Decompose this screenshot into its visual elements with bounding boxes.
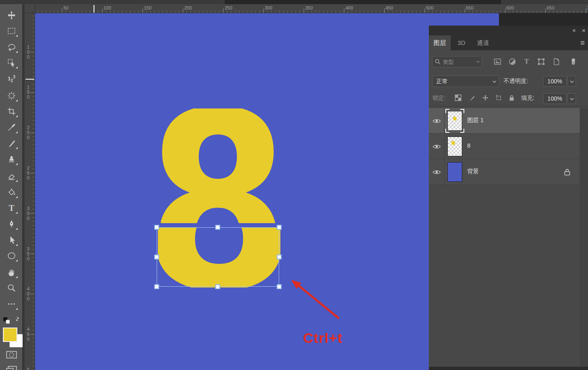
transform-handle-top-right[interactable] <box>277 225 282 230</box>
lock-transparent-pixels-icon[interactable] <box>454 93 463 102</box>
layer-locked-icon <box>564 168 571 176</box>
h-ruler-label: 650 <box>547 5 554 10</box>
layer-thumbnail[interactable] <box>447 111 462 131</box>
rectangular-marquee-tool[interactable] <box>6 26 17 36</box>
h-ruler-label: 550 <box>466 5 473 10</box>
tools-panel: 123 T <box>0 4 24 370</box>
v-ruler-label: 350 <box>26 246 30 261</box>
chevron-down-icon <box>476 61 480 63</box>
ruler-origin-corner[interactable] <box>25 4 35 13</box>
panel-menu-icon[interactable]: ≡ <box>580 39 585 47</box>
layer-filter-row: 类型 T <box>429 56 588 68</box>
horizontal-ruler[interactable]: 5010015020025030035040045050055060065070… <box>25 4 588 13</box>
type-tool[interactable]: T <box>6 203 17 213</box>
quick-mask-mode-button[interactable] <box>6 351 17 359</box>
hand-tool[interactable] <box>6 267 17 278</box>
filter-adjustment-layers-icon[interactable] <box>507 57 517 66</box>
fill-dropdown-button[interactable] <box>567 93 576 104</box>
quick-selection-tool[interactable] <box>6 57 17 68</box>
lock-position-icon[interactable] <box>481 93 490 102</box>
h-ruler-label: 500 <box>426 5 433 10</box>
visibility-toggle[interactable] <box>429 108 445 134</box>
transform-handle-middle-left[interactable] <box>154 255 159 259</box>
vertical-ruler[interactable]: 50100150200250300350400450500 <box>25 13 35 370</box>
lock-row: 锁定: 填充: 100% <box>429 92 588 106</box>
v-ruler-label: 400 <box>26 286 30 301</box>
zoom-tool[interactable] <box>6 283 17 293</box>
transform-handle-bottom-right[interactable] <box>277 284 282 289</box>
h-ruler-label: 450 <box>386 5 393 10</box>
layer-row-8[interactable]: 8 <box>429 134 588 159</box>
filter-shape-layers-icon[interactable] <box>536 57 546 66</box>
filter-type-layers-icon[interactable]: T <box>521 57 532 66</box>
chevron-down-icon <box>570 80 574 83</box>
path-selection-tool[interactable] <box>6 235 17 245</box>
free-transform-bounding-box[interactable] <box>157 227 279 287</box>
pen-tool[interactable] <box>6 219 17 229</box>
tab-3d[interactable]: 3D <box>452 35 470 50</box>
v-ruler-label: 150 <box>26 85 30 99</box>
lock-all-icon[interactable] <box>507 93 516 102</box>
opacity-label: 不透明度: <box>503 78 528 85</box>
ellipse-tool[interactable] <box>6 250 17 261</box>
search-icon <box>435 59 441 65</box>
layer-row-layer-1[interactable]: 图层 1 <box>429 108 588 134</box>
clone-stamp-tool[interactable] <box>6 154 17 165</box>
cursor-position-marker-h <box>94 5 94 13</box>
h-ruler-label: 350 <box>305 5 313 10</box>
layer-name: 8 <box>467 142 470 149</box>
chevron-down-icon <box>570 98 574 101</box>
fill-label: 填充: <box>521 94 534 102</box>
layer-thumbnail[interactable] <box>447 162 462 182</box>
digit-8-top-half: 8 <box>161 108 275 223</box>
foreground-color-swatch[interactable] <box>3 328 17 342</box>
count-tool[interactable]: 123 <box>6 73 17 84</box>
opacity-value-field[interactable]: 100% <box>543 76 567 87</box>
opacity-dropdown-button[interactable] <box>567 76 576 87</box>
panel-scrollbar-track[interactable] <box>580 108 588 367</box>
layer-row-background[interactable]: 背景 <box>429 159 588 185</box>
transform-handle-top-left[interactable] <box>154 225 159 230</box>
lock-image-pixels-icon[interactable] <box>468 93 477 102</box>
visibility-toggle[interactable] <box>429 159 445 185</box>
filter-type-select[interactable]: 类型 <box>432 56 482 67</box>
count-tool-label: 123 <box>8 75 15 83</box>
slice-tool[interactable] <box>6 90 17 101</box>
collapse-panel-icon[interactable]: « <box>572 27 576 33</box>
eyedropper-tool[interactable] <box>6 122 17 133</box>
visibility-toggle[interactable] <box>429 134 445 159</box>
screen-mode-button[interactable] <box>6 365 17 370</box>
close-panel-icon[interactable]: × <box>582 27 586 34</box>
lock-artboard-icon[interactable] <box>494 93 503 102</box>
panel-header: « × <box>429 26 588 35</box>
v-ruler-label: 450 <box>26 327 30 342</box>
tab-channels[interactable]: 通道 <box>472 35 494 50</box>
default-colors-control[interactable] <box>3 316 21 325</box>
fill-value-field[interactable]: 100% <box>543 93 567 104</box>
v-ruler-label: 200 <box>26 125 30 140</box>
paint-bucket-tool[interactable] <box>6 187 17 198</box>
tab-layers[interactable]: 图层 <box>429 35 451 50</box>
transform-handle-top-center[interactable] <box>215 225 220 230</box>
brush-tool[interactable] <box>6 138 17 148</box>
layer-thumbnail[interactable] <box>447 137 462 156</box>
filter-smart-objects-icon[interactable] <box>551 57 562 66</box>
eraser-tool[interactable] <box>6 171 17 181</box>
more-tools-button[interactable] <box>6 299 17 309</box>
photoshop-window: 123 T <box>0 0 588 370</box>
move-tool[interactable] <box>6 10 17 21</box>
lasso-tool[interactable] <box>6 42 17 52</box>
transform-handle-bottom-center[interactable] <box>215 284 220 289</box>
blend-mode-select[interactable]: 正常 <box>432 75 499 87</box>
crop-tool[interactable] <box>6 106 17 117</box>
transform-handle-middle-right[interactable] <box>277 255 282 259</box>
filter-pixel-layers-icon[interactable] <box>492 57 503 66</box>
filter-toggle-icon[interactable] <box>568 57 579 66</box>
layer-name: 图层 1 <box>467 117 484 124</box>
titlebar-strip <box>0 0 588 4</box>
layer-name: 背景 <box>467 168 479 175</box>
h-ruler-label: 100 <box>103 5 111 10</box>
svg-text:8: 8 <box>161 108 275 223</box>
transform-handle-bottom-left[interactable] <box>154 284 159 289</box>
v-ruler-label: 100 <box>26 45 30 59</box>
